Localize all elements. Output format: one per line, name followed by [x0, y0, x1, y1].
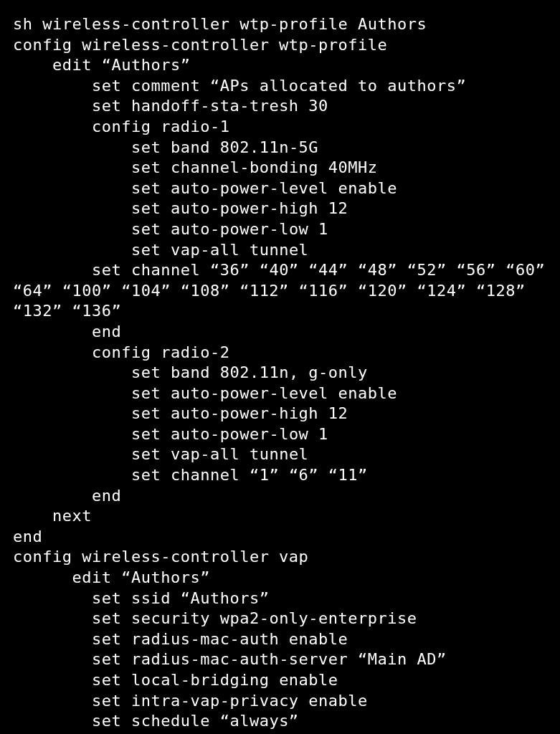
- terminal-output: sh wireless-controller wtp-profile Autho…: [0, 0, 560, 734]
